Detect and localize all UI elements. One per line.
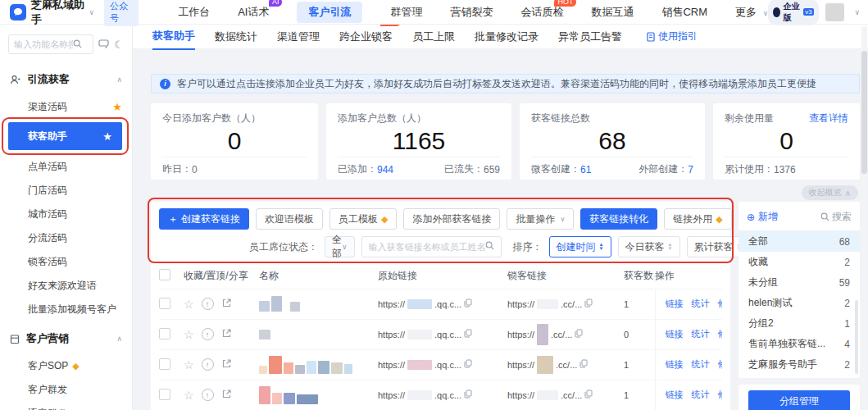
tab-cross-enterprise-lock[interactable]: 跨企业锁客new <box>339 25 393 49</box>
action-stats[interactable]: 统计 <box>692 328 710 340</box>
sidebar-item-lock-qrcode[interactable]: 锁客活码 <box>0 250 132 274</box>
topnav-data-interchange[interactable]: 数据互通 <box>591 5 634 20</box>
chevron-up-icon[interactable]: ∧ <box>116 335 122 343</box>
row-checkbox[interactable] <box>159 358 170 370</box>
star-icon[interactable]: ☆ <box>184 298 194 311</box>
topnav-customer-acquisition[interactable]: 客户引流 <box>297 2 362 23</box>
create-link-button[interactable]: ＋创建获客链接 <box>159 208 249 230</box>
tab-abnormal-employee-alert[interactable]: 异常员工告警 <box>558 25 622 49</box>
share-icon[interactable] <box>221 358 232 371</box>
stat-foot-value[interactable]: 7 <box>688 164 693 175</box>
tab-channel-management[interactable]: 渠道管理 <box>277 25 320 49</box>
pin-top-icon[interactable]: ↑ <box>202 389 214 401</box>
group-item-group2[interactable]: 分组21 <box>738 313 860 334</box>
sidebar-item-customer-sop[interactable]: 客户SOP ◆ <box>0 354 132 378</box>
select-all-checkbox[interactable] <box>159 269 170 280</box>
sidebar-item-channel-qrcode[interactable]: 渠道活码 ★ <box>0 95 132 119</box>
group-item-presales[interactable]: 售前单独获客链...4 <box>738 334 860 354</box>
scrollbar-thumb[interactable] <box>861 51 867 174</box>
topnav-group-management[interactable]: 群管理 <box>390 5 422 20</box>
action-link[interactable]: 链接 <box>666 358 684 371</box>
topnav-marketing-fission[interactable]: 营销裂变 <box>450 5 493 20</box>
batch-operation-button[interactable]: 批量操作∨ <box>507 208 574 230</box>
feedback-icon[interactable] <box>98 39 109 50</box>
sidebar-item-friend-source-welcome[interactable]: 好友来源欢迎语 <box>0 274 132 298</box>
star-icon[interactable]: ☆ <box>184 328 194 341</box>
link-external-use-button[interactable]: 链接外用◆ <box>664 208 731 230</box>
action-link[interactable]: 链接 <box>666 298 684 310</box>
row-checkbox[interactable] <box>159 328 170 339</box>
link-search-box[interactable] <box>361 236 502 257</box>
share-icon[interactable] <box>221 328 232 340</box>
tab-batch-modify-records[interactable]: 批量修改记录 <box>475 25 539 49</box>
sidebar-section-marketing[interactable]: 客户营销 ∧ <box>0 326 132 351</box>
pin-top-icon[interactable]: ↑ <box>202 328 214 340</box>
action-edit[interactable]: 修改 <box>718 389 723 401</box>
sidebar-item-chase-broadcast[interactable]: 逐客群发 <box>0 402 132 410</box>
action-link[interactable]: 链接 <box>666 328 684 340</box>
employee-template-button[interactable]: 员工模板◆ <box>329 208 397 230</box>
panel-scrollbar[interactable] <box>855 300 858 374</box>
sidebar-item-city-qrcode[interactable]: 城市活码 <box>0 203 132 226</box>
search-icon[interactable] <box>485 241 494 253</box>
logo-chevron-down-icon[interactable]: ∨ <box>89 8 94 16</box>
copy-icon[interactable] <box>464 359 472 370</box>
action-stats[interactable]: 统计 <box>692 358 710 371</box>
group-item-sesame-service[interactable]: 芝麻服务号助手2 <box>738 354 860 375</box>
sidebar-search-input[interactable] <box>14 39 73 49</box>
tab-employee-limit[interactable]: 员工上限 <box>412 25 455 49</box>
add-external-link-button[interactable]: 添加外部获客链接 <box>403 208 500 230</box>
group-item-ungrouped[interactable]: 未分组59 <box>738 272 860 293</box>
sidebar-item-store-qrcode[interactable]: 门店活码 <box>0 179 132 203</box>
link-search-input[interactable] <box>369 242 485 252</box>
action-edit[interactable]: 修改 <box>718 328 723 340</box>
topnav-sales-crm[interactable]: 销售CRM <box>661 5 707 20</box>
group-search-button[interactable]: 搜索 <box>820 210 852 224</box>
tab-data-statistics[interactable]: 数据统计 <box>215 25 257 49</box>
sidebar-section-acquisition[interactable]: 引流获客 ∧ <box>0 67 132 92</box>
group-item-helen-test[interactable]: helen测试2 <box>738 293 860 313</box>
tab-acquisition-assistant[interactable]: 获客助手 <box>152 24 195 50</box>
action-edit[interactable]: 修改 <box>718 298 723 310</box>
row-checkbox[interactable] <box>159 298 170 309</box>
star-icon[interactable]: ☆ <box>184 389 194 402</box>
chevron-up-icon[interactable]: ∧ <box>116 75 122 84</box>
sidebar-item-customer-broadcast[interactable]: 客户群发 <box>0 378 132 402</box>
copy-icon[interactable] <box>575 329 583 339</box>
add-group-button[interactable]: ⊕新增 <box>747 210 778 224</box>
group-manage-button[interactable]: 分组管理 <box>748 390 850 410</box>
user-avatar[interactable] <box>825 3 845 21</box>
copy-icon[interactable] <box>584 298 593 309</box>
copy-icon[interactable] <box>464 298 472 309</box>
group-item-all[interactable]: 全部68 <box>738 231 860 252</box>
sidebar-item-order-qrcode[interactable]: 点单活码 <box>0 155 132 179</box>
copy-icon[interactable] <box>464 390 472 400</box>
favorite-star-icon[interactable]: ★ <box>112 101 122 113</box>
sidebar-item-batch-video-customers[interactable]: 批量添加视频号客户 <box>0 298 132 321</box>
share-icon[interactable] <box>221 298 232 310</box>
collapse-overview-pill[interactable]: 收起概览∧ <box>802 185 858 200</box>
dark-mode-moon-icon[interactable]: ☾ <box>114 39 124 50</box>
star-icon[interactable]: ☆ <box>184 358 194 371</box>
stat-foot-value[interactable]: 944 <box>377 164 393 175</box>
pin-top-icon[interactable]: ↑ <box>202 298 214 310</box>
action-stats[interactable]: 统计 <box>692 298 710 310</box>
copy-icon[interactable] <box>464 329 472 339</box>
usage-guide-link[interactable]: 使用指引 <box>647 30 698 43</box>
copy-icon[interactable] <box>579 359 588 370</box>
row-checkbox[interactable] <box>159 389 170 400</box>
group-item-favorites[interactable]: 收藏2 <box>738 252 860 272</box>
action-edit[interactable]: 修改 <box>718 358 723 371</box>
share-icon[interactable] <box>221 389 232 401</box>
sort-by-create-time[interactable]: 创建时间▲▼ <box>549 236 611 257</box>
topnav-more[interactable]: 更多 ∨ <box>735 5 768 20</box>
pin-top-icon[interactable]: ↑ <box>202 358 214 371</box>
account-chevron-down-icon[interactable]: ∨ <box>854 8 860 16</box>
action-link[interactable]: 链接 <box>666 389 684 401</box>
welcome-template-button[interactable]: 欢迎语模板 <box>256 208 323 230</box>
seat-status-select[interactable]: 全部 ∨ <box>325 236 355 257</box>
topnav-chat-inspection[interactable]: 会话质检HOT <box>520 5 563 20</box>
sidebar-item-acquisition-assistant[interactable]: 获客助手 ★ <box>8 122 122 150</box>
sidebar-search-box[interactable] <box>8 34 93 54</box>
favorite-star-icon[interactable]: ★ <box>102 130 112 143</box>
